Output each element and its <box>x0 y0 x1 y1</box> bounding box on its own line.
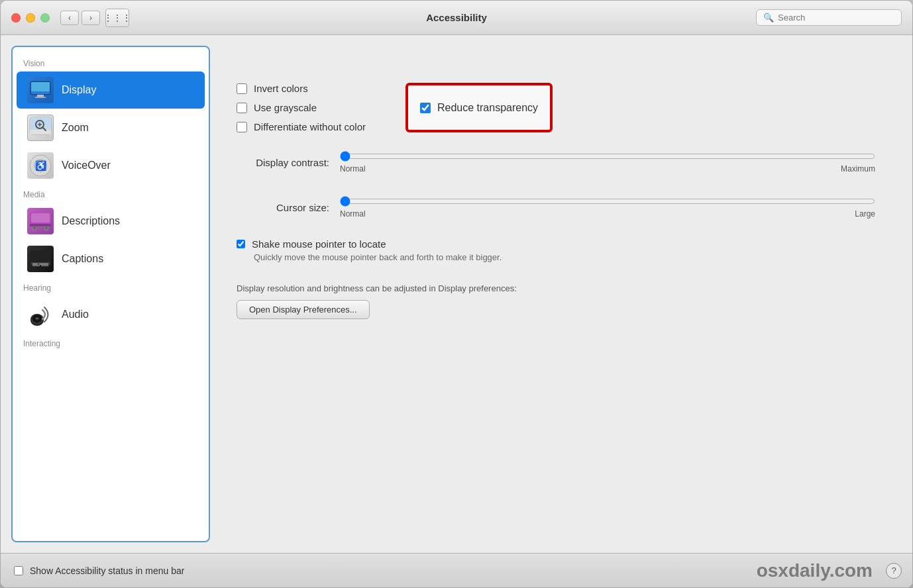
display-contrast-slider-wrapper: Normal Maximum <box>340 151 875 173</box>
show-status-label: Show Accessibility status in menu bar <box>30 565 184 576</box>
display-contrast-section: Display contrast: Normal Maximum <box>237 151 875 177</box>
watermark: osxdaily.com <box>757 560 873 581</box>
show-status-checkbox[interactable] <box>14 566 23 575</box>
shake-row: Shake mouse pointer to locate <box>237 238 875 250</box>
search-bar: 🔍 <box>756 9 902 26</box>
descriptions-icon <box>27 208 54 234</box>
shake-checkbox[interactable] <box>237 240 245 248</box>
reduce-transparency-checkbox[interactable] <box>420 103 431 113</box>
traffic-lights <box>11 13 50 23</box>
nav-buttons: ‹ › <box>60 11 100 25</box>
differentiate-checkbox[interactable] <box>237 122 247 132</box>
cursor-min-label: Normal <box>340 209 366 219</box>
cursor-size-section: Cursor size: Normal Large <box>237 196 875 222</box>
svg-rect-2 <box>31 82 50 91</box>
svg-rect-3 <box>37 95 44 97</box>
svg-rect-26 <box>39 264 48 265</box>
sidebar-item-audio[interactable]: Audio <box>17 296 205 333</box>
open-display-button[interactable]: Open Display Preferences... <box>237 300 370 319</box>
grid-button[interactable]: ⋮⋮⋮ <box>105 9 129 27</box>
maximize-button[interactable] <box>40 13 50 23</box>
window: ‹ › ⋮⋮⋮ Accessibility 🔍 Vision <box>0 0 913 588</box>
shake-description: Quickly move the mouse pointer back and … <box>254 252 875 262</box>
section-media: Media <box>13 185 209 202</box>
sidebar-item-captions[interactable]: Captions <box>17 240 205 277</box>
minimize-button[interactable] <box>26 13 35 23</box>
display-contrast-slider[interactable] <box>340 151 875 162</box>
search-input[interactable] <box>778 13 894 23</box>
svg-point-21 <box>33 227 36 230</box>
use-grayscale-label: Use grayscale <box>254 102 317 113</box>
main-content: Vision Display <box>1 35 912 553</box>
sidebar-item-voiceover-label: VoiceOver <box>62 160 111 172</box>
help-button[interactable]: ? <box>886 563 902 579</box>
resolution-note: Display resolution and brightness can be… <box>237 283 875 319</box>
use-grayscale-checkbox[interactable] <box>237 103 247 113</box>
captions-icon <box>27 246 54 272</box>
contrast-max-label: Maximum <box>841 164 875 173</box>
section-hearing: Hearing <box>13 278 209 295</box>
section-interacting: Interacting <box>13 334 209 351</box>
contrast-min-label: Normal <box>340 164 366 173</box>
sidebar: Vision Display <box>11 46 210 542</box>
window-title: Accessibility <box>426 12 487 23</box>
sidebar-item-descriptions-label: Descriptions <box>62 215 120 227</box>
right-panel: Invert colors Use grayscale Differentiat… <box>210 46 902 542</box>
sidebar-item-zoom-label: Zoom <box>62 122 89 134</box>
invert-colors-label: Invert colors <box>254 83 308 94</box>
svg-rect-4 <box>35 97 46 98</box>
svg-rect-27 <box>32 266 40 267</box>
svg-rect-17 <box>30 224 51 226</box>
zoom-icon <box>27 115 54 141</box>
search-icon: 🔍 <box>763 13 774 23</box>
display-icon <box>27 77 54 103</box>
close-button[interactable] <box>11 13 21 23</box>
back-button[interactable]: ‹ <box>60 11 79 25</box>
sidebar-item-voiceover[interactable]: ♿ VoiceOver <box>17 147 205 184</box>
resolution-note-text: Display resolution and brightness can be… <box>237 283 875 293</box>
sidebar-item-captions-label: Captions <box>62 253 103 265</box>
display-contrast-row: Display contrast: Normal Maximum <box>237 151 875 173</box>
svg-rect-16 <box>31 213 50 222</box>
checkboxes-col: Invert colors Use grayscale Differentiat… <box>237 83 366 132</box>
cursor-max-label: Large <box>855 209 875 219</box>
use-grayscale-row[interactable]: Use grayscale <box>237 102 366 113</box>
sidebar-item-descriptions[interactable]: Descriptions <box>17 203 205 240</box>
invert-colors-checkbox[interactable] <box>237 83 247 94</box>
sidebar-item-audio-label: Audio <box>62 309 89 320</box>
voiceover-icon: ♿ <box>27 152 54 179</box>
reduce-transparency-label: Reduce transparency <box>437 102 538 114</box>
cursor-size-label: Cursor size: <box>237 202 329 213</box>
svg-point-33 <box>36 318 38 320</box>
svg-point-22 <box>45 227 48 230</box>
svg-rect-7 <box>30 130 51 134</box>
titlebar: ‹ › ⋮⋮⋮ Accessibility 🔍 <box>1 1 912 35</box>
contrast-slider-labels: Normal Maximum <box>340 164 875 173</box>
display-contrast-label: Display contrast: <box>237 157 329 168</box>
section-vision: Vision <box>13 54 209 71</box>
cursor-size-slider-wrapper: Normal Large <box>340 196 875 219</box>
invert-colors-row[interactable]: Invert colors <box>237 83 366 94</box>
forward-button[interactable]: › <box>81 11 100 25</box>
reduce-transparency-box: Reduce transparency <box>405 83 553 132</box>
svg-text:♿: ♿ <box>35 160 47 172</box>
differentiate-row[interactable]: Differentiate without color <box>237 121 366 132</box>
show-status-row: Show Accessibility status in menu bar <box>14 565 184 576</box>
svg-rect-25 <box>32 264 38 265</box>
cursor-size-slider[interactable] <box>340 196 875 207</box>
svg-rect-28 <box>41 266 48 267</box>
audio-icon <box>27 301 54 328</box>
shake-section: Shake mouse pointer to locate Quickly mo… <box>237 238 875 262</box>
top-options: Invert colors Use grayscale Differentiat… <box>237 70 875 132</box>
bottom-bar: Show Accessibility status in menu bar os… <box>1 553 912 587</box>
sidebar-item-display-label: Display <box>62 84 96 96</box>
differentiate-label: Differentiate without color <box>254 121 366 132</box>
shake-title: Shake mouse pointer to locate <box>252 238 386 250</box>
cursor-size-row: Cursor size: Normal Large <box>237 196 875 219</box>
sidebar-item-display[interactable]: Display <box>17 72 205 109</box>
sidebar-item-zoom[interactable]: Zoom <box>17 109 205 146</box>
cursor-slider-labels: Normal Large <box>340 209 875 219</box>
